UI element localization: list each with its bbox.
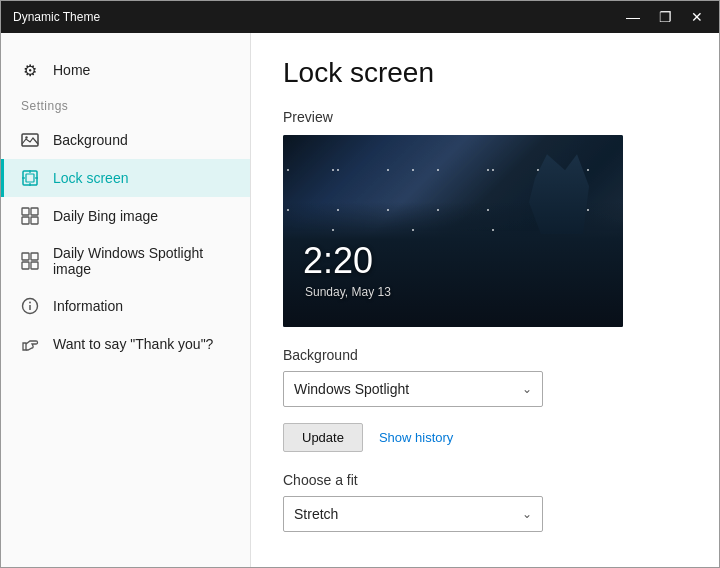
sidebar-daily-spotlight-label: Daily Windows Spotlight image [53,245,234,277]
show-history-link[interactable]: Show history [379,430,453,445]
close-button[interactable]: ✕ [683,7,711,27]
sidebar-item-background[interactable]: Background [1,121,250,159]
svg-rect-13 [31,253,38,260]
svg-rect-8 [22,208,29,215]
background-field-label: Background [283,347,687,363]
sidebar: ⚙ Home Settings Background [1,33,251,567]
daily-spotlight-icon [21,252,39,270]
svg-rect-2 [23,171,37,185]
sidebar-background-label: Background [53,132,128,148]
preview-label: Preview [283,109,687,125]
svg-rect-0 [22,134,38,146]
app-window: Dynamic Theme — ❐ ✕ ⚙ Home Settings [0,0,720,568]
fit-dropdown-value: Stretch [294,506,338,522]
svg-rect-10 [22,217,29,224]
stars-decoration [283,135,623,231]
update-button[interactable]: Update [283,423,363,452]
background-dropdown[interactable]: Windows Spotlight ⌄ [283,371,543,407]
svg-rect-14 [22,262,29,269]
sidebar-information-label: Information [53,298,123,314]
svg-rect-15 [31,262,38,269]
settings-group-label: Settings [1,91,250,121]
minimize-button[interactable]: — [619,7,647,27]
sidebar-home-label: Home [53,62,90,78]
title-bar: Dynamic Theme — ❐ ✕ [1,1,719,33]
sidebar-thank-you-label: Want to say "Thank you"? [53,336,213,352]
sidebar-item-information[interactable]: Information [1,287,250,325]
sidebar-item-daily-spotlight[interactable]: Daily Windows Spotlight image [1,235,250,287]
fit-dropdown[interactable]: Stretch ⌄ [283,496,543,532]
window-title: Dynamic Theme [13,10,100,24]
svg-rect-12 [22,253,29,260]
fit-dropdown-chevron-icon: ⌄ [522,507,532,521]
information-icon [21,297,39,315]
sidebar-item-daily-bing[interactable]: Daily Bing image [1,197,250,235]
main-content: Lock screen Preview 2:20 Sunday, May 13 … [251,33,719,567]
svg-point-1 [25,136,27,138]
home-icon: ⚙ [21,61,39,79]
svg-rect-11 [31,217,38,224]
svg-rect-9 [31,208,38,215]
content-area: ⚙ Home Settings Background [1,33,719,567]
svg-point-18 [29,302,31,304]
preview-time: 2:20 [303,240,373,282]
background-icon [21,131,39,149]
lock-screen-preview: 2:20 Sunday, May 13 [283,135,623,327]
preview-background: 2:20 Sunday, May 13 [283,135,623,327]
sidebar-lock-screen-label: Lock screen [53,170,128,186]
sidebar-item-lock-screen[interactable]: Lock screen [1,159,250,197]
window-controls: — ❐ ✕ [619,7,711,27]
preview-date: Sunday, May 13 [305,285,391,299]
sidebar-item-home[interactable]: ⚙ Home [1,49,250,91]
action-row: Update Show history [283,423,687,452]
page-title: Lock screen [283,57,687,89]
svg-rect-3 [26,174,34,182]
maximize-button[interactable]: ❐ [651,7,679,27]
thank-you-icon [21,335,39,353]
background-dropdown-value: Windows Spotlight [294,381,409,397]
sidebar-daily-bing-label: Daily Bing image [53,208,158,224]
background-dropdown-chevron-icon: ⌄ [522,382,532,396]
lock-screen-icon [21,169,39,187]
sidebar-item-thank-you[interactable]: Want to say "Thank you"? [1,325,250,363]
choose-fit-label: Choose a fit [283,472,687,488]
daily-bing-icon [21,207,39,225]
